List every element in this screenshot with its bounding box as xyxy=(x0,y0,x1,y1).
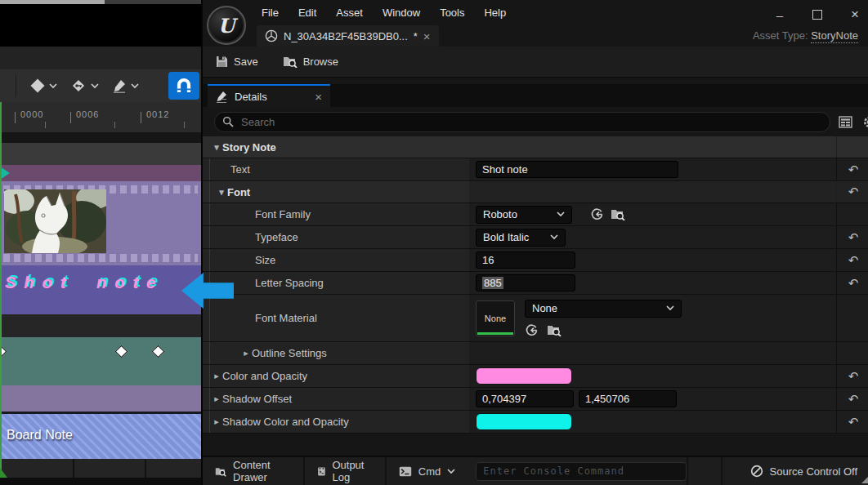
keyframe-button[interactable] xyxy=(30,81,57,91)
maximize-icon[interactable] xyxy=(811,8,824,22)
cmd-dropdown-button[interactable]: Cmd xyxy=(387,457,468,485)
console-command-input[interactable] xyxy=(476,462,687,481)
keyframe-diamond-icon[interactable] xyxy=(115,345,128,358)
browse-to-asset-icon[interactable] xyxy=(547,324,562,336)
snapping-toggle-button[interactable] xyxy=(168,72,199,100)
property-row-letter-spacing: Letter Spacing 885 ↶ xyxy=(203,272,868,295)
letter-spacing-input[interactable]: 885 xyxy=(476,274,575,291)
property-label: Outline Settings xyxy=(252,347,327,359)
menu-edit[interactable]: Edit xyxy=(289,3,326,23)
font-material-dropdown[interactable]: None xyxy=(525,300,682,318)
tab-details[interactable]: Details × xyxy=(208,84,330,107)
expanded-arrow-icon[interactable]: ▾ xyxy=(211,142,222,153)
track-header-strip xyxy=(0,143,201,165)
color-swatch[interactable] xyxy=(476,367,572,385)
purple-track-band[interactable] xyxy=(0,385,201,412)
asset-toolbar: Save Browse xyxy=(203,47,868,78)
auto-key-button[interactable] xyxy=(70,78,99,94)
reset-to-default-icon[interactable]: ↶ xyxy=(848,185,859,199)
key-diamond-icon xyxy=(70,78,87,94)
shot-note-preview-text: Shot note xyxy=(5,274,163,292)
reset-to-default-icon[interactable]: ↶ xyxy=(848,230,859,245)
close-icon[interactable]: × xyxy=(848,7,861,23)
reset-to-default-icon[interactable]: ↶ xyxy=(848,253,859,268)
storyboard-frame-thumbnail[interactable] xyxy=(4,189,106,253)
chevron-down-icon xyxy=(447,469,455,474)
ruler-tick xyxy=(45,122,46,128)
chevron-down-icon[interactable] xyxy=(131,83,139,89)
section-title-bar[interactable] xyxy=(0,165,201,181)
menu-file[interactable]: File xyxy=(252,3,289,23)
close-icon[interactable]: × xyxy=(423,29,431,43)
output-log-button[interactable]: Output Log xyxy=(305,457,386,485)
edit-tool-button[interactable] xyxy=(112,78,139,93)
status-bar: Content Drawer Output Log Cmd xyxy=(203,456,868,485)
typeface-dropdown[interactable]: Bold Italic xyxy=(476,229,566,247)
browse-button[interactable]: Browse xyxy=(283,56,338,68)
asset-type-value[interactable]: StoryNote xyxy=(811,29,858,43)
property-row-shadow-offset: ▸ Shadow Offset ↶ xyxy=(203,388,868,411)
shot-note-track[interactable]: Shot note xyxy=(0,265,201,314)
font-family-dropdown[interactable]: Roboto xyxy=(476,206,572,224)
property-row-size: Size ↶ xyxy=(203,249,868,272)
display-grid-icon[interactable] xyxy=(839,116,852,128)
text-input[interactable] xyxy=(476,161,678,178)
menu-help[interactable]: Help xyxy=(474,3,516,23)
material-thumbnail[interactable]: None xyxy=(476,300,515,336)
property-row-color-and-opacity: ▸ Color and Opacity ↶ xyxy=(203,365,868,388)
collapsed-arrow-icon[interactable]: ▸ xyxy=(211,394,222,404)
property-row-outline-settings[interactable]: ▸ Outline Settings xyxy=(203,342,868,365)
reset-to-default-icon[interactable]: ↶ xyxy=(848,276,859,291)
ruler-label: 0012 xyxy=(146,109,169,119)
storyboard-timeline-panel: 0000 0006 0012 xyxy=(0,0,201,485)
dropdown-value: None xyxy=(532,302,557,314)
chevron-down-icon xyxy=(550,234,558,240)
size-input[interactable] xyxy=(476,251,575,269)
asset-type-label: Asset Type: xyxy=(753,29,808,42)
property-label: Font Family xyxy=(255,208,311,220)
collapsed-arrow-icon[interactable]: ▸ xyxy=(240,348,252,358)
shadow-color-swatch[interactable] xyxy=(476,413,572,430)
playhead-marker[interactable] xyxy=(0,468,7,478)
menu-tools[interactable]: Tools xyxy=(430,3,474,23)
collapsed-arrow-icon[interactable]: ▸ xyxy=(211,371,222,381)
keyframe-diamond-icon xyxy=(31,79,45,93)
browse-to-asset-icon[interactable] xyxy=(611,208,625,220)
shadow-offset-x-input[interactable] xyxy=(476,390,574,407)
menu-window[interactable]: Window xyxy=(373,3,430,23)
timeline-ruler[interactable]: 0000 0006 0012 xyxy=(0,102,201,133)
reset-to-default-icon[interactable]: ↶ xyxy=(848,369,859,384)
playhead-line[interactable] xyxy=(0,102,2,478)
window-resize-grip[interactable] xyxy=(861,477,868,483)
unreal-engine-logo: U xyxy=(207,6,246,45)
reset-to-default-icon[interactable]: ↶ xyxy=(848,162,859,177)
gear-icon[interactable] xyxy=(862,115,868,129)
keyframe-track[interactable] xyxy=(0,337,201,385)
collapsed-arrow-icon[interactable]: ▸ xyxy=(211,416,222,427)
use-selected-asset-icon[interactable] xyxy=(590,207,604,221)
menu-bar: File Edit Asset Window Tools Help xyxy=(252,3,516,23)
film-perforations-bottom xyxy=(3,254,198,262)
chevron-down-icon[interactable] xyxy=(49,83,57,89)
search-input[interactable] xyxy=(239,115,822,129)
expanded-arrow-icon[interactable]: ▾ xyxy=(216,187,227,198)
use-selected-asset-icon[interactable] xyxy=(525,323,539,337)
keyframe-diamond-icon[interactable] xyxy=(152,345,165,358)
asset-document-tab[interactable]: N_30A34B2F45B39DB0... * × xyxy=(257,25,439,47)
reset-to-default-icon[interactable]: ↶ xyxy=(848,415,859,429)
close-icon[interactable]: × xyxy=(315,90,322,104)
menu-asset[interactable]: Asset xyxy=(326,3,373,23)
save-button[interactable]: Save xyxy=(216,56,258,68)
shadow-offset-y-input[interactable] xyxy=(579,390,677,407)
selected-text: 885 xyxy=(482,277,503,289)
chevron-down-icon[interactable] xyxy=(91,83,99,89)
reset-to-default-icon[interactable]: ↶ xyxy=(848,392,859,407)
minimize-icon[interactable]: – xyxy=(773,8,786,22)
search-box[interactable] xyxy=(214,112,830,132)
content-drawer-button[interactable]: Content Drawer xyxy=(203,457,303,485)
category-font[interactable]: ▾ Font ↶ xyxy=(203,181,868,203)
board-note-clip[interactable]: Board Note xyxy=(0,412,201,459)
category-story-note[interactable]: ▾ Story Note xyxy=(203,136,868,158)
film-strip-track[interactable] xyxy=(0,181,201,265)
source-control-button[interactable]: Source Control Off xyxy=(721,457,868,485)
